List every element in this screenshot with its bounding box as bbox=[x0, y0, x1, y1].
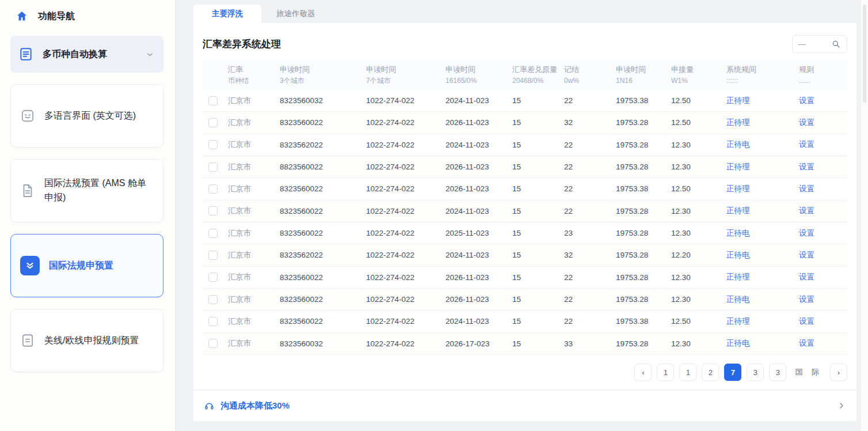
settings-link[interactable]: 设置 bbox=[799, 251, 814, 259]
row-checkbox[interactable] bbox=[208, 184, 218, 194]
pagination-next-button[interactable]: › bbox=[830, 364, 847, 381]
column-header-line2: :::::: bbox=[726, 75, 799, 86]
column-header-line2: ...... bbox=[799, 75, 847, 86]
settings-link[interactable]: 设置 bbox=[799, 96, 814, 105]
row-checkbox[interactable] bbox=[208, 118, 218, 127]
status-link[interactable]: 正待理 bbox=[726, 317, 750, 326]
table-row: 汇京市83235600221022-274-0222024-11-0231522… bbox=[203, 311, 847, 332]
settings-link[interactable]: 设置 bbox=[799, 229, 814, 237]
row-checkbox[interactable] bbox=[208, 229, 218, 238]
cell-action: 设置 bbox=[799, 338, 847, 349]
settings-link[interactable]: 设置 bbox=[799, 162, 814, 171]
row-checkbox[interactable] bbox=[208, 317, 218, 326]
status-link[interactable]: 正待电 bbox=[726, 339, 750, 347]
column-header-line2: W1% bbox=[671, 75, 726, 86]
cell-diff: 15 bbox=[512, 118, 564, 127]
pagination-page[interactable]: 1 bbox=[679, 364, 696, 381]
column-header-line1: 申读时间 bbox=[446, 64, 512, 75]
status-link[interactable]: 正待电 bbox=[726, 251, 750, 259]
cell-action: 设置 bbox=[799, 294, 847, 305]
cell-amount: 19753.38 bbox=[616, 96, 671, 105]
status-link[interactable]: 正待电 bbox=[726, 295, 750, 304]
pagination: ‹112733国 际› bbox=[203, 355, 847, 390]
cell-city: 汇京市 bbox=[228, 316, 280, 327]
cell-record: 33 bbox=[564, 339, 616, 348]
status-link[interactable]: 正待理 bbox=[726, 273, 750, 281]
scrollbar-thumb[interactable] bbox=[863, 5, 866, 103]
table-row: 汇京市83235620221022-274-0222024-11-0231532… bbox=[203, 244, 847, 266]
cell-qty: 12.50 bbox=[671, 317, 726, 326]
cell-status: 正待电 bbox=[726, 228, 799, 239]
column-header-line1: 记结 bbox=[564, 64, 616, 75]
status-link[interactable]: 正待理 bbox=[726, 206, 750, 215]
sidebar-item-multi-currency[interactable]: 多币种自动换算 bbox=[10, 36, 163, 73]
settings-link[interactable]: 设置 bbox=[799, 295, 814, 304]
pagination-page-active[interactable]: 7 bbox=[724, 364, 741, 381]
checkbox-cell bbox=[203, 162, 228, 172]
cell-amount: 19753.28 bbox=[616, 339, 671, 348]
search-input[interactable]: — bbox=[792, 35, 847, 53]
row-checkbox[interactable] bbox=[208, 295, 218, 304]
settings-link[interactable]: 设置 bbox=[799, 140, 814, 149]
status-link[interactable]: 正待理 bbox=[726, 184, 750, 193]
status-link[interactable]: 正待电 bbox=[726, 140, 750, 149]
settings-link[interactable]: 设置 bbox=[799, 206, 814, 215]
tab-main[interactable]: 主要浮洗 bbox=[193, 5, 261, 23]
settings-link[interactable]: 设置 bbox=[799, 317, 814, 326]
cell-date: 2026-11-023 bbox=[446, 273, 512, 282]
cell-amount: 19753.28 bbox=[616, 273, 671, 282]
table-header-row: 汇率币种结申读时间3个城市申读时间7个城市申读时间16165/0%汇率差兑原量2… bbox=[203, 60, 847, 90]
cell-diff: 15 bbox=[512, 339, 564, 348]
settings-link[interactable]: 设置 bbox=[799, 339, 814, 347]
checkbox-cell bbox=[203, 295, 228, 304]
settings-link[interactable]: 设置 bbox=[799, 184, 814, 193]
row-checkbox[interactable] bbox=[208, 339, 218, 348]
row-checkbox[interactable] bbox=[208, 140, 218, 149]
column-header-line1: 申读时间 bbox=[616, 64, 671, 75]
cell-city: 汇京市 bbox=[228, 162, 280, 172]
sidebar-item-ams-rules[interactable]: 国际法规预置 (AMS 舱单申报) bbox=[10, 159, 163, 222]
settings-link[interactable]: 设置 bbox=[799, 118, 814, 127]
row-checkbox[interactable] bbox=[208, 273, 218, 282]
cell-city: 汇京市 bbox=[228, 184, 280, 194]
tab-secondary[interactable]: 旅途作敬器 bbox=[261, 5, 330, 23]
search-icon[interactable] bbox=[831, 39, 841, 49]
cell-batch-no: 1022-274-022 bbox=[366, 141, 446, 149]
pagination-page[interactable]: 2 bbox=[702, 364, 719, 381]
settings-link[interactable]: 设置 bbox=[799, 273, 814, 281]
promo-footer[interactable]: 沟通成本降低30% bbox=[193, 390, 856, 421]
sidebar-item-label: 多币种自动换算 bbox=[43, 48, 136, 61]
pagination-page[interactable]: 1 bbox=[657, 364, 674, 381]
chevron-right-icon[interactable] bbox=[837, 401, 846, 410]
row-checkbox[interactable] bbox=[208, 206, 218, 216]
checkbox-cell bbox=[203, 251, 228, 260]
cell-diff: 15 bbox=[512, 162, 564, 171]
row-checkbox[interactable] bbox=[208, 251, 218, 260]
column-header: 记结0w% bbox=[564, 64, 616, 86]
cell-date: 2026-11-023 bbox=[446, 295, 512, 304]
pagination-prev-button[interactable]: ‹ bbox=[634, 364, 652, 381]
chevron-down-icon[interactable] bbox=[146, 50, 154, 59]
status-link[interactable]: 正待电 bbox=[726, 229, 750, 237]
cell-qty: 12.50 bbox=[671, 184, 726, 193]
cell-batch-no: 1022-274-022 bbox=[366, 295, 446, 304]
sidebar-item-multi-language[interactable]: 多语言界面 (英文可选) bbox=[10, 84, 163, 148]
cell-record: 22 bbox=[564, 207, 616, 216]
sidebar-item-us-eu-rules[interactable]: 美线/欧线申报规则预置 bbox=[10, 309, 163, 372]
cell-apply-no: 8323560022 bbox=[280, 229, 366, 237]
pagination-page[interactable]: 3 bbox=[769, 364, 786, 381]
table-row: 汇京市88235600221022-274-0222026-11-0231522… bbox=[203, 156, 847, 178]
row-checkbox[interactable] bbox=[208, 162, 218, 172]
search-value: — bbox=[798, 40, 806, 48]
page-scrollbar[interactable] bbox=[861, 0, 868, 431]
cell-apply-no: 8323562022 bbox=[280, 141, 366, 149]
status-link[interactable]: 正待理 bbox=[726, 118, 750, 127]
sidebar-item-home[interactable]: 功能导航 bbox=[10, 6, 163, 27]
sidebar-item-intl-rules-preset[interactable]: 国际法规申预置 bbox=[10, 234, 163, 297]
column-header-line2: 7个城市 bbox=[366, 75, 446, 86]
row-checkbox[interactable] bbox=[208, 96, 218, 105]
pagination-page[interactable]: 3 bbox=[747, 364, 764, 381]
status-link[interactable]: 正待理 bbox=[726, 162, 750, 171]
status-link[interactable]: 正待理 bbox=[726, 96, 750, 105]
cell-action: 设置 bbox=[799, 118, 847, 128]
